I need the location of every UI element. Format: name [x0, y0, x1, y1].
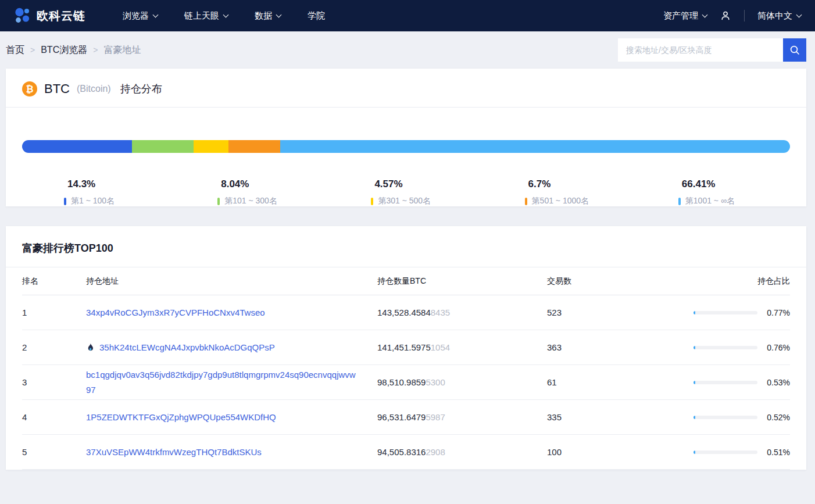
share-percent: 0.76%	[764, 343, 790, 352]
search-icon	[789, 44, 800, 56]
legend-label-row: 第301 ~ 500名	[371, 196, 482, 206]
chevron-down-icon	[153, 12, 159, 17]
exchange-flame-icon	[86, 343, 95, 352]
share-cell: 0.51%	[691, 448, 790, 457]
rank-cell: 1	[22, 308, 86, 317]
column-header-2: 持仓地址	[86, 276, 377, 287]
user-account-button[interactable]	[720, 10, 731, 22]
address-text: bc1qgdjqv0av3q56jvd82tkdjpy7gdp9ut8tlqmg…	[86, 367, 360, 397]
legend-label-row: 第101 ~ 300名	[217, 196, 329, 206]
search-input[interactable]	[618, 38, 783, 62]
btc-coin-icon: ₿	[22, 81, 37, 96]
nav-item-链上天眼[interactable]: 链上天眼	[184, 10, 228, 22]
chevron-down-icon	[702, 12, 708, 17]
legend-range-label: 第301 ~ 500名	[378, 196, 431, 206]
nav-item-浏览器[interactable]: 浏览器	[123, 10, 158, 22]
legend-label-row: 第1001 ~ ∞名	[678, 196, 790, 206]
legend-range-label: 第1001 ~ ∞名	[685, 196, 735, 206]
address-link[interactable]: 1P5ZEDWTKTFGxQjZphgWPQUpe554WKDfHQ	[86, 410, 377, 425]
nav-item-数据[interactable]: 数据	[255, 10, 281, 22]
address-link[interactable]: 37XuVSEpWW4trkfmvWzegTHQt7BdktSKUs	[86, 445, 377, 460]
nav-menu: 浏览器链上天眼数据学院	[123, 10, 325, 22]
distribution-header: ₿ BTC (Bitcoin) 持仓分布	[6, 69, 806, 107]
breadcrumb-item[interactable]: 首页	[6, 44, 24, 56]
language-selector[interactable]: 简体中文	[757, 10, 801, 22]
nav-divider	[744, 10, 745, 22]
distribution-segment	[132, 140, 194, 153]
breadcrumb-item[interactable]: BTC浏览器	[41, 44, 87, 56]
amount-cell: 141,451.59751054	[377, 342, 547, 352]
legend-item: 14.3%第1 ~ 100名	[22, 178, 176, 206]
nav-asset-management[interactable]: 资产管理	[663, 10, 707, 22]
address-text: 37XuVSEpWW4trkfmvWzegTHQt7BdktSKUs	[86, 445, 262, 460]
rank-cell: 3	[22, 377, 86, 387]
table-row: 41P5ZEDWTKTFGxQjZphgWPQUpe554WKDfHQ96,53…	[22, 400, 790, 435]
rank-cell: 2	[22, 342, 86, 352]
table-row: 235hK24tcLEWcgNA4JxpvbkNkoAcDGqQPsP141,4…	[22, 330, 790, 365]
share-progress-fill	[694, 416, 695, 419]
legend-percent: 14.3%	[67, 178, 176, 190]
tx-count-cell: 100	[547, 447, 691, 457]
amount-cell: 98,510.98595300	[377, 377, 547, 387]
coin-symbol: BTC	[44, 81, 70, 96]
amount-main: 98,510.9859	[377, 377, 426, 387]
address-link[interactable]: bc1qgdjqv0av3q56jvd82tkdjpy7gdp9ut8tlqmg…	[86, 367, 377, 397]
amount-tail: 5300	[426, 377, 445, 387]
amount-cell: 94,505.83162908	[377, 447, 547, 457]
amount-tail: 2908	[426, 447, 445, 457]
column-header-4: 交易数	[547, 276, 691, 287]
legend-range-label: 第101 ~ 300名	[224, 196, 277, 206]
address-link[interactable]: 34xp4vRoCGJym3xR7yCVPFHoCNxv4Twseo	[86, 305, 377, 320]
table-body: 134xp4vRoCGJym3xR7yCVPFHoCNxv4Twseo143,5…	[22, 295, 790, 470]
chevron-down-icon	[276, 12, 282, 17]
amount-main: 96,531.6479	[377, 412, 426, 422]
section-title: 持仓分布	[120, 82, 162, 96]
nav-item-label: 浏览器	[123, 10, 149, 22]
nav-item-学院[interactable]: 学院	[308, 10, 325, 22]
legend-item: 6.7%第501 ~ 1000名	[483, 178, 637, 206]
column-header-3: 持仓数量BTC	[377, 276, 547, 287]
legend-range-label: 第501 ~ 1000名	[532, 196, 589, 206]
share-percent: 0.77%	[764, 308, 790, 317]
top-navbar: 欧科云链 浏览器链上天眼数据学院 资产管理 简体中文	[0, 0, 815, 31]
amount-tail: 1054	[431, 342, 450, 352]
share-progress-track	[694, 311, 757, 314]
share-progress-track	[694, 381, 757, 384]
breadcrumb-separator: >	[30, 45, 35, 55]
table-row: 537XuVSEpWW4trkfmvWzegTHQt7BdktSKUs94,50…	[22, 435, 790, 470]
tx-count-cell: 335	[547, 412, 691, 422]
brand-logo[interactable]: 欧科云链	[14, 7, 85, 24]
user-icon	[720, 10, 731, 22]
column-header-1: 排名	[22, 276, 86, 287]
rank-cell: 4	[22, 412, 86, 422]
brand-logo-icon	[14, 7, 31, 24]
share-cell: 0.76%	[691, 343, 790, 352]
distribution-segment	[194, 140, 228, 153]
nav-asset-management-label: 资产管理	[663, 10, 698, 22]
amount-cell: 143,528.45848435	[377, 308, 547, 317]
search-button[interactable]	[783, 38, 806, 62]
chevron-down-icon	[796, 12, 802, 17]
address-link[interactable]: 35hK24tcLEWcgNA4JxpvbkNkoAcDGqQPsP	[86, 340, 377, 355]
address-text: 34xp4vRoCGJym3xR7yCVPFHoCNxv4Twseo	[86, 305, 265, 320]
amount-tail: 8435	[431, 308, 450, 317]
share-percent: 0.52%	[764, 413, 790, 422]
distribution-segment	[22, 140, 132, 153]
distribution-card: ₿ BTC (Bitcoin) 持仓分布 14.3%第1 ~ 100名8.04%…	[6, 69, 806, 206]
nav-item-label: 数据	[255, 10, 272, 22]
amount-main: 94,505.8316	[377, 447, 426, 457]
rich-list-card: 富豪排行榜TOP100 排名持仓地址持仓数量BTC交易数持仓占比 134xp4v…	[6, 226, 806, 470]
amount-main: 141,451.5975	[377, 342, 431, 352]
legend-percent: 4.57%	[374, 178, 482, 190]
legend-color-dot	[525, 198, 527, 205]
share-progress-track	[694, 416, 757, 419]
rich-list-title: 富豪排行榜TOP100	[6, 226, 806, 267]
breadcrumb-row: 首页>BTC浏览器>富豪地址	[0, 31, 815, 69]
distribution-segment	[228, 140, 280, 153]
share-progress-fill	[694, 346, 695, 349]
coin-full-name: (Bitcoin)	[77, 84, 111, 94]
tx-count-cell: 523	[547, 308, 691, 317]
address-text: 1P5ZEDWTKTFGxQjZphgWPQUpe554WKDfHQ	[86, 410, 276, 425]
share-progress-fill	[694, 311, 695, 314]
tx-count-cell: 61	[547, 377, 691, 387]
